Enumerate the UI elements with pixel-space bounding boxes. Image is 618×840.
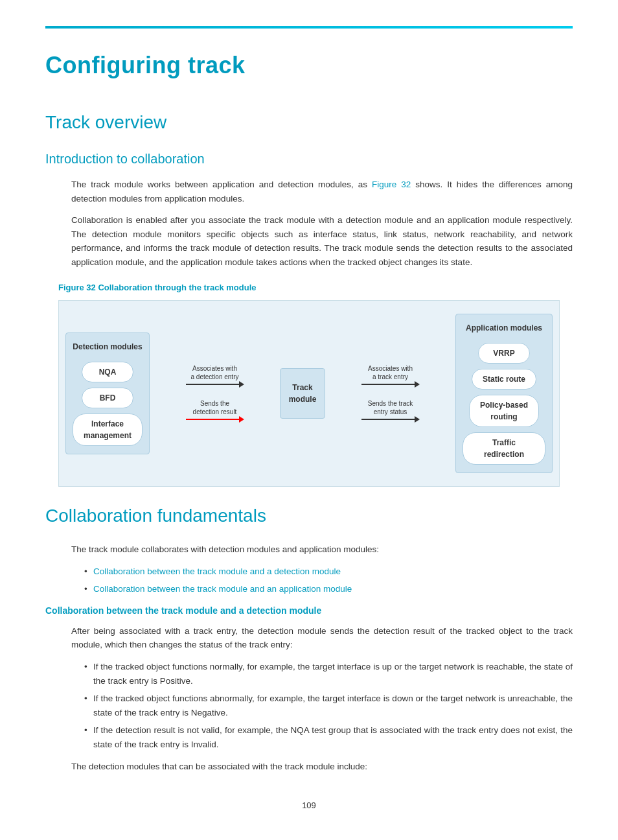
- right-arrow-1-label: Associates witha track entry: [368, 364, 413, 381]
- right-arrow-1: Associates witha track entry: [361, 364, 420, 388]
- figure-diagram: Detection modules NQA BFD Interfacemanag…: [58, 300, 560, 487]
- collab-fundamentals-title: Collaboration fundamentals: [45, 502, 573, 530]
- bullet-invalid: If the detection result is not valid, fo…: [84, 723, 573, 751]
- right-arrow-1-head: [415, 381, 420, 388]
- detection-collab-bullets: If the tracked object functions normally…: [84, 660, 573, 752]
- right-arrow-2-head: [415, 416, 420, 423]
- policy-based-routing-module: Policy-basedrouting: [469, 395, 539, 427]
- detection-collab-intro: After being associated with a track entr…: [71, 624, 573, 652]
- detection-modules-label: Detection modules: [73, 341, 142, 353]
- interface-module: Interfacemanagement: [73, 414, 143, 446]
- nqa-module: NQA: [82, 362, 133, 382]
- left-arrow-1-bar: [186, 384, 239, 385]
- left-arrow-1-head: [239, 381, 244, 388]
- left-arrow-2-head: [239, 416, 244, 423]
- collab-link-1: Collaboration between the track module a…: [84, 565, 573, 579]
- intro-para-1: The track module works between applicati…: [71, 178, 573, 205]
- collab-intro: The track module collaborates with detec…: [71, 542, 573, 557]
- bfd-module: BFD: [82, 388, 133, 408]
- vrrp-module: VRRP: [478, 343, 530, 364]
- figure-32-link[interactable]: Figure 32: [372, 180, 411, 189]
- right-arrow-2-line: [361, 416, 420, 423]
- app-modules-label: Application modules: [466, 322, 542, 334]
- left-arrow-2: Sends thedetection result: [186, 399, 244, 423]
- app-modules-box: Application modules VRRP Static route Po…: [455, 314, 553, 473]
- right-arrow-2-bar: [361, 419, 415, 420]
- section-track-overview: Track overview: [45, 109, 573, 136]
- static-route-module: Static route: [472, 369, 536, 390]
- left-arrow-1-label: Associates witha detection entry: [191, 364, 239, 381]
- top-border: [45, 26, 573, 29]
- bullet-positive: If the tracked object functions normally…: [84, 660, 573, 688]
- subsection-intro-collab: Introduction to collaboration: [45, 149, 573, 169]
- figure-caption: Figure 32 Collaboration through the trac…: [58, 281, 573, 294]
- detection-collab-outro: The detection modules that can be associ…: [71, 760, 573, 774]
- left-arrow-1: Associates witha detection entry: [186, 364, 244, 388]
- track-module-label: Trackmodule: [289, 382, 317, 405]
- page: Configuring track Track overview Introdu…: [0, 0, 618, 840]
- collab-link-2-anchor[interactable]: Collaboration between the track module a…: [93, 584, 352, 594]
- left-arrow-2-bar: [186, 419, 239, 420]
- page-number: 109: [45, 799, 573, 812]
- right-arrows: Associates witha track entry Sends the t…: [361, 364, 420, 423]
- diagram: Detection modules NQA BFD Interfacemanag…: [65, 314, 553, 473]
- traffic-redirection-module: Traffic redirection: [463, 432, 545, 465]
- chapter-title: Configuring track: [45, 48, 573, 83]
- detection-collab-title: Collaboration between the track module a…: [45, 604, 573, 618]
- right-arrow-1-line: [361, 381, 420, 388]
- left-arrow-1-line: [186, 381, 244, 388]
- collab-fundamentals-section: Collaboration fundamentals The track mod…: [45, 502, 573, 773]
- right-arrow-2-label: Sends the trackentry status: [368, 399, 413, 416]
- track-module-box: Trackmodule: [280, 368, 325, 419]
- left-arrow-2-label: Sends thedetection result: [193, 399, 237, 416]
- left-arrow-2-line: [186, 416, 244, 423]
- right-arrow-1-bar: [361, 384, 415, 385]
- right-arrow-2: Sends the trackentry status: [361, 399, 420, 423]
- collab-link-2: Collaboration between the track module a…: [84, 582, 573, 596]
- intro-para-2: Collaboration is enabled after you assoc…: [71, 213, 573, 269]
- bullet-negative: If the tracked object functions abnormal…: [84, 692, 573, 719]
- collab-links-list: Collaboration between the track module a…: [84, 565, 573, 596]
- collab-link-1-anchor[interactable]: Collaboration between the track module a…: [93, 566, 341, 576]
- left-arrows: Associates witha detection entry Sends t…: [186, 364, 244, 423]
- detection-modules-box: Detection modules NQA BFD Interfacemanag…: [65, 332, 150, 454]
